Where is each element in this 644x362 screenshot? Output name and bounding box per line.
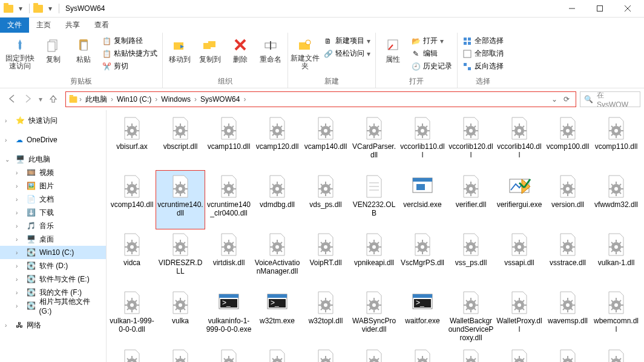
file-item[interactable]: waitfor.exe (398, 287, 447, 345)
file-item[interactable] (592, 345, 640, 362)
history-button[interactable]: 🕘历史记录 (409, 61, 455, 72)
file-item[interactable]: vulka (156, 287, 205, 345)
nav-quick-access[interactable]: ›⭐快速访问 (0, 114, 106, 127)
nav-music[interactable]: ›🎵音乐 (0, 219, 106, 232)
properties-button[interactable]: 属性 (378, 34, 407, 65)
nav-network[interactable]: ›🖧网络 (0, 318, 106, 332)
maximize-button[interactable] (586, 0, 614, 18)
file-item[interactable]: VEN2232.OLB (350, 171, 398, 229)
chevron-right-icon[interactable]: › (78, 95, 83, 104)
nav-this-pc[interactable]: ⌄🖥️此电脑 (0, 153, 106, 166)
file-item[interactable]: WcnApi.dll (156, 345, 205, 362)
nav-downloads[interactable]: ›⬇️下载 (0, 206, 106, 219)
file-item[interactable]: WABSyncProvider.dll (350, 287, 398, 345)
cut-button[interactable]: ✂️剪切 (99, 61, 160, 72)
file-item[interactable]: verclsid.exe (398, 171, 447, 229)
file-item[interactable]: vulkan-1.dll (592, 229, 640, 287)
rename-button[interactable]: 重命名 (256, 34, 285, 65)
nav-e-drive[interactable]: ›💽软件与文件 (E:) (0, 272, 106, 286)
nav-d-drive[interactable]: ›💽软件 (D:) (0, 259, 106, 272)
new-folder-button[interactable]: 新建文件夹 (291, 34, 320, 70)
file-item[interactable]: VCardParser.dll (350, 113, 398, 171)
file-item[interactable]: VIDRESZR.DLL (156, 229, 205, 287)
tab-home[interactable]: 主页 (29, 18, 58, 33)
chevron-right-icon[interactable]: › (154, 95, 159, 104)
breadcrumb[interactable]: › 此电脑 › Win10 (C:) › Windows › SysWOW64 … (65, 91, 576, 107)
file-item[interactable]: vccorlib110.dll (398, 113, 447, 171)
file-item[interactable]: VoiceActivationManager.dll (253, 229, 301, 287)
nav-desktop[interactable]: ›🖥️桌面 (0, 232, 106, 246)
file-item[interactable]: WalletProxy.dll (495, 287, 544, 345)
paste-shortcut-button[interactable]: 📋粘贴快捷方式 (99, 48, 160, 59)
nav-documents[interactable]: ›📄文档 (0, 193, 106, 206)
file-item[interactable]: VoipRT.dll (301, 229, 350, 287)
file-item[interactable]: version.dll (544, 171, 592, 229)
search-input[interactable]: 🔍 在 SysWOW (580, 91, 640, 107)
chevron-right-icon[interactable]: › (242, 95, 247, 104)
file-item[interactable]: vulkaninfo-1-999-0-0-0.exe (205, 287, 253, 345)
file-item[interactable]: wcn (205, 345, 253, 362)
file-item[interactable]: vidca (108, 229, 156, 287)
file-item[interactable]: wbemcomn.dll (592, 287, 640, 345)
file-item[interactable]: VscMgrPS.dll (398, 229, 447, 287)
qat-icon[interactable]: ▾ (15, 2, 27, 15)
file-item[interactable] (350, 345, 398, 362)
select-all-button[interactable]: 全部选择 (460, 35, 506, 47)
move-to-button[interactable]: 移动到 (165, 34, 194, 65)
nav-back-button[interactable] (7, 94, 17, 105)
file-item[interactable]: WalletBackgroundServiceProxy.dll (447, 287, 495, 345)
invert-selection-button[interactable]: 反向选择 (460, 61, 506, 72)
breadcrumb-item[interactable]: SysWOW64 (198, 95, 242, 104)
file-item[interactable]: vsstrace.dll (544, 229, 592, 287)
nav-videos[interactable]: ›🎞️视频 (0, 166, 106, 179)
easy-access-button[interactable]: 🔗轻松访问▾ (321, 48, 373, 59)
file-item[interactable] (398, 345, 447, 362)
file-item[interactable]: vcamp140.dll (301, 113, 350, 171)
file-item[interactable] (544, 345, 592, 362)
file-item[interactable]: verifiergui.exe (495, 171, 544, 229)
file-item[interactable]: vcruntime140.dll (156, 171, 205, 229)
new-item-button[interactable]: 🗎新建项目▾ (321, 35, 373, 47)
file-item[interactable] (447, 345, 495, 362)
paste-button[interactable]: 粘贴 (69, 34, 98, 65)
file-item[interactable]: vpnikeapi.dll (350, 229, 398, 287)
file-item[interactable]: vcomp110.dll (592, 113, 640, 171)
select-none-button[interactable]: 全部取消 (460, 48, 506, 59)
refresh-icon[interactable]: ⟳ (564, 95, 570, 104)
file-pane[interactable]: vbisurf.axvbscript.dllvcamp110.dllvcamp1… (107, 110, 644, 362)
close-button[interactable] (614, 0, 642, 18)
tab-share[interactable]: 共享 (58, 18, 87, 33)
tab-view[interactable]: 查看 (87, 18, 116, 33)
nav-g-drive[interactable]: ›💽相片与其他文件 (G:) (0, 299, 106, 312)
file-item[interactable]: wcmapi.dll (108, 345, 156, 362)
file-item[interactable]: vulkan-1-999-0-0-0.dll (108, 287, 156, 345)
file-item[interactable]: w32tm.exe (253, 287, 301, 345)
file-item[interactable]: vss_ps.dll (447, 229, 495, 287)
nav-recent-button[interactable]: ▾ (39, 95, 42, 104)
breadcrumb-item[interactable]: 此电脑 (83, 94, 110, 105)
file-item[interactable]: vds_ps.dll (301, 171, 350, 229)
breadcrumb-dropdown-icon[interactable]: ⌄ (551, 95, 557, 104)
minimize-button[interactable] (558, 0, 586, 18)
file-item[interactable]: vccorlib140.dll (495, 113, 544, 171)
copy-button[interactable]: 复制 (39, 34, 68, 65)
file-item[interactable]: vcamp110.dll (205, 113, 253, 171)
nav-pictures[interactable]: ›🖼️图片 (0, 179, 106, 193)
pin-quick-access-button[interactable]: 固定到快速访问 (2, 34, 38, 70)
file-item[interactable] (301, 345, 350, 362)
file-item[interactable]: vcomp100.dll (544, 113, 592, 171)
file-item[interactable]: wavemsp.dll (544, 287, 592, 345)
file-item[interactable]: vcomp140.dll (108, 171, 156, 229)
open-button[interactable]: 📂打开▾ (409, 35, 455, 47)
file-item[interactable]: vcruntime140_clr0400.dll (205, 171, 253, 229)
file-item[interactable]: vbscript.dll (156, 113, 205, 171)
file-item[interactable]: vccorlib120.dll (447, 113, 495, 171)
tab-file[interactable]: 文件 (0, 18, 29, 33)
file-item[interactable]: virtdisk.dll (205, 229, 253, 287)
breadcrumb-item[interactable]: Win10 (C:) (114, 95, 154, 104)
edit-button[interactable]: ✎编辑 (409, 48, 455, 59)
chevron-right-icon[interactable]: › (193, 95, 198, 104)
nav-up-button[interactable] (48, 94, 58, 105)
file-item[interactable] (495, 345, 544, 362)
file-item[interactable]: vdmdbg.dll (253, 171, 301, 229)
